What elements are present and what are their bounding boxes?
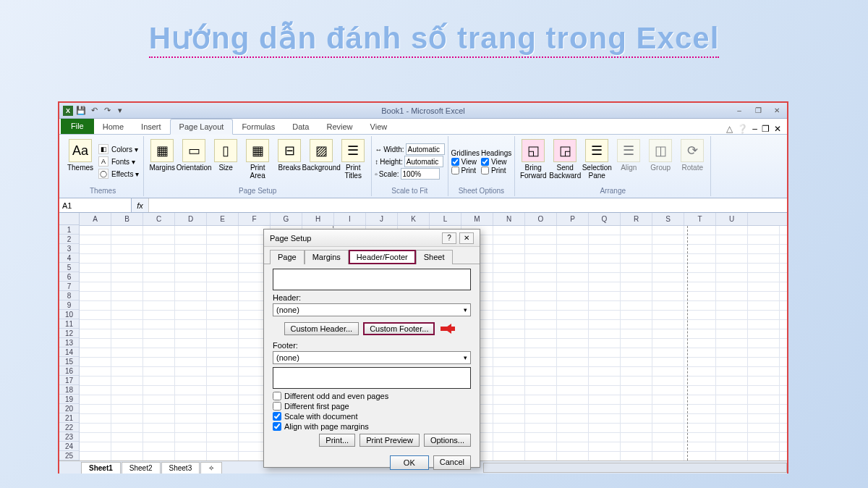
row-header[interactable]: 24 [59, 442, 79, 451]
size-button[interactable]: ▯Size [210, 138, 241, 185]
column-header[interactable]: N [493, 213, 525, 225]
mdi-restore-icon[interactable]: ❐ [762, 124, 770, 134]
bring-forward-button[interactable]: ◱Bring Forward [518, 138, 548, 185]
row-header[interactable]: 25 [59, 451, 79, 460]
redo-icon[interactable]: ↷ [101, 105, 113, 117]
margins-button[interactable]: ▦Margins [147, 138, 177, 185]
align-margins-checkbox[interactable] [273, 422, 281, 431]
row-header[interactable]: 12 [59, 329, 79, 338]
ok-button[interactable]: OK [390, 455, 429, 470]
gridlines-print-checkbox[interactable] [451, 167, 459, 174]
fx-icon[interactable]: fx [132, 198, 149, 212]
print-titles-button[interactable]: ☰Print Titles [338, 138, 368, 185]
row-header[interactable]: 11 [59, 319, 79, 329]
save-icon[interactable]: 💾 [75, 105, 87, 117]
column-header[interactable]: O [525, 213, 557, 225]
colors-button[interactable]: ◧Colors ▾ [97, 143, 140, 155]
diff-odd-even-checkbox[interactable] [273, 392, 281, 400]
headings-print-checkbox[interactable] [481, 167, 489, 174]
dialog-close-button[interactable]: ✕ [459, 232, 474, 244]
themes-button[interactable]: AaThemes [65, 138, 95, 185]
row-header[interactable]: 22 [59, 423, 79, 432]
column-header[interactable]: M [461, 213, 493, 225]
formula-input[interactable] [149, 198, 787, 212]
gridlines-view-checkbox[interactable] [451, 158, 459, 166]
rotate-button[interactable]: ⟳Rotate [677, 138, 707, 185]
row-header[interactable]: 16 [59, 366, 79, 376]
row-header[interactable]: 4 [59, 253, 79, 263]
row-header[interactable]: 13 [59, 338, 79, 348]
column-header[interactable]: K [398, 213, 430, 225]
row-header[interactable]: 2 [59, 235, 79, 244]
group-button[interactable]: ◫Group [645, 138, 676, 185]
restore-button[interactable]: ❐ [749, 105, 767, 117]
custom-header-button[interactable]: Custom Header... [284, 322, 359, 335]
row-header[interactable]: 10 [59, 310, 79, 319]
sheet-tab-2[interactable]: Sheet2 [122, 462, 161, 474]
align-button[interactable]: ☰Align [613, 138, 644, 185]
sheet-tab-3[interactable]: Sheet3 [161, 462, 200, 474]
row-header[interactable]: 7 [59, 282, 79, 291]
qat-dropdown-icon[interactable]: ▾ [114, 105, 126, 117]
fonts-button[interactable]: AFonts ▾ [97, 156, 140, 167]
orientation-button[interactable]: ▭Orientation [179, 138, 209, 185]
row-header[interactable]: 6 [59, 272, 79, 282]
dialog-help-button[interactable]: ? [442, 232, 456, 244]
height-input[interactable] [404, 156, 443, 167]
column-header[interactable]: F [239, 213, 271, 225]
row-header[interactable]: 9 [59, 300, 79, 310]
row-header[interactable]: 20 [59, 404, 79, 413]
cancel-button[interactable]: Cancel [433, 455, 471, 470]
column-header[interactable]: H [302, 213, 334, 225]
column-header[interactable]: L [430, 213, 461, 225]
mdi-minimize-icon[interactable]: – [752, 124, 757, 134]
diff-first-page-checkbox[interactable] [273, 402, 281, 411]
close-button[interactable]: ✕ [768, 105, 786, 117]
column-header[interactable]: C [143, 213, 175, 225]
scale-with-doc-checkbox[interactable] [273, 412, 281, 421]
row-header[interactable]: 21 [59, 413, 79, 423]
dialog-tab-margins[interactable]: Margins [305, 250, 349, 264]
row-header[interactable]: 8 [59, 291, 79, 300]
row-header[interactable]: 1 [59, 225, 79, 235]
row-header[interactable]: 5 [59, 263, 79, 272]
horizontal-scrollbar[interactable] [483, 463, 787, 473]
row-header[interactable]: 15 [59, 357, 79, 366]
footer-select[interactable]: (none) [273, 351, 471, 364]
tab-data[interactable]: Data [284, 119, 318, 134]
background-button[interactable]: ▨Background [306, 138, 336, 185]
row-header[interactable]: 18 [59, 385, 79, 395]
minimize-ribbon-icon[interactable]: △ [726, 124, 733, 134]
row-header[interactable]: 19 [59, 395, 79, 404]
dialog-tab-page[interactable]: Page [270, 250, 305, 264]
row-header[interactable]: 14 [59, 348, 79, 357]
dialog-tab-header-footer[interactable]: Header/Footer [349, 250, 416, 264]
mdi-close-icon[interactable]: ✕ [774, 124, 781, 134]
minimize-button[interactable]: – [731, 105, 748, 117]
column-header[interactable]: D [175, 213, 207, 225]
print-button[interactable]: Print... [319, 434, 355, 447]
breaks-button[interactable]: ⊟Breaks [274, 138, 305, 185]
column-header[interactable]: S [652, 213, 684, 225]
effects-button[interactable]: ◯Effects ▾ [97, 168, 140, 180]
options-button[interactable]: Options... [424, 434, 471, 447]
header-select[interactable]: (none) [273, 303, 471, 316]
print-preview-button[interactable]: Print Preview [359, 434, 420, 447]
new-sheet-button[interactable]: ✧ [200, 462, 222, 474]
row-header[interactable]: 3 [59, 244, 79, 253]
row-header[interactable]: 17 [59, 376, 79, 385]
column-header[interactable]: R [621, 213, 652, 225]
column-header[interactable]: Q [589, 213, 621, 225]
print-area-button[interactable]: ▦Print Area [242, 138, 273, 185]
row-header[interactable]: 23 [59, 432, 79, 442]
column-header[interactable]: U [716, 213, 748, 225]
selection-pane-button[interactable]: ☰Selection Pane [582, 138, 612, 185]
scale-input[interactable] [401, 168, 440, 180]
tab-home[interactable]: Home [94, 119, 132, 134]
column-header[interactable]: B [111, 213, 143, 225]
worksheet-grid[interactable]: 1234567891011121314151617181920212223242… [59, 213, 787, 460]
column-header[interactable]: E [207, 213, 239, 225]
select-all-corner[interactable] [59, 213, 80, 225]
sheet-tab-1[interactable]: Sheet1 [81, 462, 121, 474]
custom-footer-button[interactable]: Custom Footer... [363, 322, 435, 335]
